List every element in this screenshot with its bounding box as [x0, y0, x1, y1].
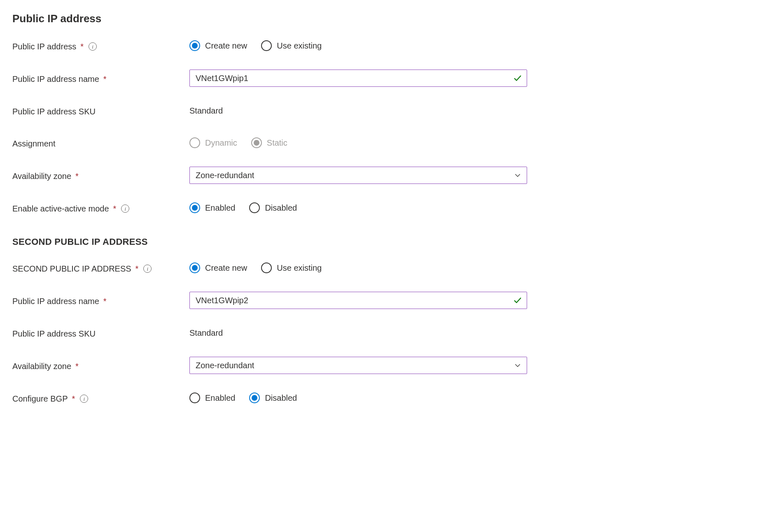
input-public-ip-name-1[interactable] [189, 70, 527, 87]
radio-bgp-disabled[interactable]: Disabled [249, 393, 297, 403]
radio-active-enabled[interactable]: Enabled [189, 202, 235, 213]
required-asterisk: * [135, 264, 139, 274]
input-public-ip-name-2[interactable] [189, 292, 527, 309]
radio-label-use-existing: Use existing [277, 263, 322, 273]
radio-create-new-2[interactable]: Create new [189, 263, 247, 273]
required-asterisk: * [113, 204, 117, 214]
required-asterisk: * [103, 74, 107, 84]
select-value-az-2: Zone-redundant [196, 361, 254, 370]
radio-bgp-enabled[interactable]: Enabled [189, 393, 235, 403]
required-asterisk: * [72, 394, 75, 404]
radio-label-disabled: Disabled [265, 203, 297, 213]
label-public-ip-sku-2: Public IP address SKU [12, 329, 96, 339]
required-asterisk: * [75, 172, 79, 181]
value-public-ip-sku-1: Standard [189, 106, 223, 116]
row-availability-zone-1: Availability zone * Zone-redundant [12, 167, 770, 184]
radio-dynamic: Dynamic [189, 137, 237, 148]
section-header-public-ip: Public IP address [12, 12, 770, 25]
label-assignment: Assignment [12, 139, 56, 149]
select-availability-zone-2[interactable]: Zone-redundant [189, 357, 527, 374]
row-configure-bgp: Configure BGP * i Enabled Disabled [12, 390, 770, 406]
radio-static: Static [251, 137, 287, 148]
checkmark-icon [513, 296, 522, 305]
radio-create-new-1[interactable]: Create new [189, 40, 247, 51]
row-public-ip-name-1: Public IP address name * [12, 70, 770, 87]
radio-label-use-existing: Use existing [277, 41, 322, 51]
label-public-ip-sku-1: Public IP address SKU [12, 107, 96, 116]
label-availability-zone-1: Availability zone [12, 172, 71, 181]
value-public-ip-sku-2: Standard [189, 328, 223, 338]
required-asterisk: * [103, 297, 107, 306]
label-second-public-ip: SECOND PUBLIC IP ADDRESS [12, 264, 131, 274]
required-asterisk: * [80, 42, 84, 51]
row-second-public-ip: SECOND PUBLIC IP ADDRESS * i Create new … [12, 260, 770, 276]
radio-label-dynamic: Dynamic [205, 138, 237, 148]
row-public-ip-sku-2: Public IP address SKU Standard [12, 325, 770, 341]
info-icon[interactable]: i [143, 265, 152, 273]
select-value-az-1: Zone-redundant [196, 171, 254, 180]
radio-use-existing-2[interactable]: Use existing [261, 263, 322, 273]
radio-label-disabled: Disabled [265, 393, 297, 403]
radio-label-create-new: Create new [205, 41, 247, 51]
row-public-ip-sku-1: Public IP address SKU Standard [12, 102, 770, 119]
radio-label-create-new: Create new [205, 263, 247, 273]
label-public-ip-name-2: Public IP address name [12, 297, 99, 306]
row-public-ip-address: Public IP address * i Create new Use exi… [12, 37, 770, 54]
section-header-second-ip: SECOND PUBLIC IP ADDRESS [12, 237, 770, 247]
radio-use-existing-1[interactable]: Use existing [261, 40, 322, 51]
label-public-ip-name-1: Public IP address name [12, 74, 99, 84]
label-availability-zone-2: Availability zone [12, 362, 71, 371]
label-public-ip-address: Public IP address [12, 42, 76, 51]
label-configure-bgp: Configure BGP [12, 394, 68, 404]
label-active-active: Enable active-active mode [12, 204, 109, 214]
row-assignment: Assignment Dynamic Static [12, 135, 770, 151]
select-availability-zone-1[interactable]: Zone-redundant [189, 167, 527, 184]
radio-label-static: Static [267, 138, 287, 148]
row-public-ip-name-2: Public IP address name * [12, 292, 770, 309]
radio-active-disabled[interactable]: Disabled [249, 202, 297, 213]
row-active-active: Enable active-active mode * i Enabled Di… [12, 200, 770, 216]
info-icon[interactable]: i [80, 395, 88, 403]
row-availability-zone-2: Availability zone * Zone-redundant [12, 357, 770, 374]
required-asterisk: * [75, 362, 79, 371]
checkmark-icon [513, 74, 522, 83]
radio-label-enabled: Enabled [205, 203, 235, 213]
radio-label-enabled: Enabled [205, 393, 235, 403]
info-icon[interactable]: i [89, 42, 97, 51]
info-icon[interactable]: i [121, 204, 129, 213]
